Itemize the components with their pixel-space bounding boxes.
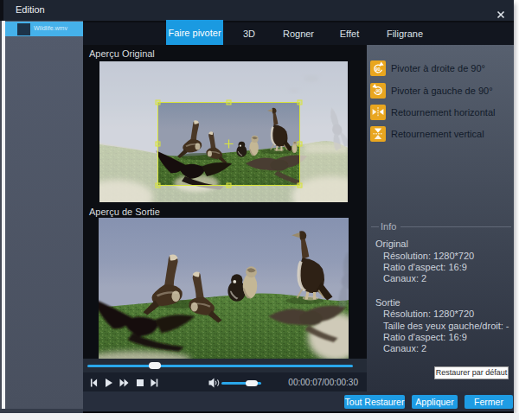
svg-text:90: 90 <box>375 67 381 72</box>
svg-text:90: 90 <box>375 88 381 93</box>
